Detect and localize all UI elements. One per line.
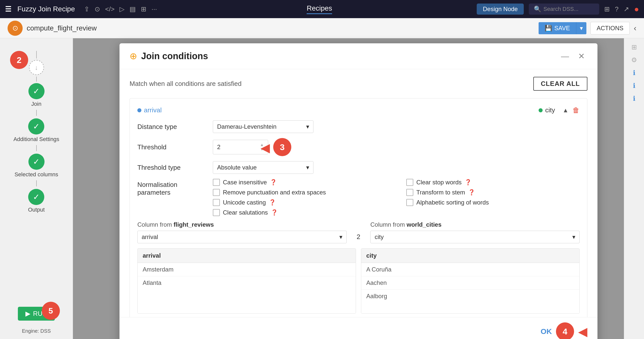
selected-columns-circle: ✓ [28,154,45,170]
right-row-3: Aalborg [361,290,579,303]
condition-block: arrival city ▲ 🗑 Distanc [130,98,587,317]
save-button[interactable]: 💾 SAVE [539,22,576,34]
threshold-input[interactable]: 2 ▲ ▼ [213,140,268,154]
threshold-type-select[interactable]: Absolute value ▾ [213,161,313,174]
search-icon: 🔍 [534,6,541,13]
right-dataset-name: world_cities [407,221,441,228]
clear-stop-words-row: Clear stop words ❓ [406,179,580,186]
left-preview-table: arrival Amsterdam Atlanta [137,248,356,314]
left-col-picker: Column from flight_reviews arrival ▾ [137,221,347,243]
left-col-value: arrival [142,233,158,241]
search-bar[interactable]: 🔍 Search DSS... [529,4,599,15]
dropdown-arrow2: ▾ [306,164,309,171]
modal-header: ⊕ Join conditions — ✕ [119,43,597,69]
connector2 [36,145,37,151]
preview-section: arrival Amsterdam Atlanta city A Coruña [137,248,580,314]
right-sidebar: ⊞ ⚙ ℹ ℹ ℹ [624,38,644,339]
match-line: Match when all conditions are satisfied … [130,77,587,91]
join-node[interactable]: ↓ ✓ Join [28,51,45,107]
more-icon[interactable]: ··· [151,5,157,13]
connector3 [36,180,37,186]
left-preview-content: Amsterdam Atlanta [138,263,356,313]
join-check-circle: ✓ [28,83,45,99]
output-label: Output [28,207,45,213]
remove-punctuation-label: Remove punctuation and extra spaces [223,189,326,196]
save-btn-group: 💾 SAVE ▾ [539,22,586,34]
case-insensitive-label: Case insensitive [223,179,267,186]
threshold-type-value: Absolute value [217,164,257,171]
dropdown-arrow: ▾ [306,123,309,130]
remove-punctuation-checkbox[interactable] [213,189,220,196]
clear-stop-words-help[interactable]: ❓ [465,179,471,186]
alphabetic-sorting-row: Alphabetic sorting of words [406,199,580,206]
transform-to-stem-label: Transform to stem [416,189,465,196]
normalisation-grid: Case insensitive ❓ Clear stop words ❓ [213,179,580,216]
collapse-button[interactable]: ▲ [562,107,569,114]
recipe-icon: ⊙ [8,21,23,36]
modal-icon: ⊕ [130,51,137,61]
play-icon[interactable]: ▷ [119,5,125,13]
user-icon[interactable]: ● [634,5,639,14]
left-col-arrow: ▾ [339,233,342,241]
table-view-icon[interactable]: ⊞ [631,43,637,51]
info-icon-3[interactable]: ℹ [633,95,635,103]
recipes-tab[interactable]: Recipes [307,4,332,14]
grid-icon[interactable]: ⊞ [141,5,146,13]
unicode-casting-help[interactable]: ❓ [269,199,276,206]
delete-condition-button[interactable]: 🗑 [573,106,580,114]
left-dataset-name: flight_reviews [174,221,214,228]
left-col-select[interactable]: arrival ▾ [137,231,347,243]
transform-to-stem-checkbox[interactable] [406,189,413,196]
minimize-button[interactable]: — [558,51,572,62]
clear-salutations-checkbox[interactable] [213,209,220,216]
left-preview-header: arrival [138,249,356,263]
data-icon[interactable]: ▤ [130,5,136,13]
additional-settings-label: Additional Settings [13,136,59,143]
transform-to-stem-help[interactable]: ❓ [468,189,475,196]
help-icon[interactable]: ? [615,5,618,13]
alphabetic-sorting-label: Alphabetic sorting of words [416,199,489,206]
info-icon-2[interactable]: ℹ [633,82,635,90]
refresh-icon[interactable]: ⊙ [95,5,100,13]
save-dropdown-button[interactable]: ▾ [576,22,586,34]
step4-arrow: ◀ [578,324,587,338]
right-col-select[interactable]: city ▾ [370,231,580,243]
close-button[interactable]: ✕ [576,50,587,62]
right-row-2: Aachen [361,276,579,290]
selected-columns-node[interactable]: ✓ Selected columns [15,154,58,178]
alphabetic-sorting-checkbox[interactable] [406,199,413,206]
left-row-1: Amsterdam [138,263,356,276]
topbar-right: Design Node 🔍 Search DSS... ⊞ ? ↗ ● [477,4,639,15]
share-icon[interactable]: ⇪ [84,5,90,13]
stats-icon[interactable]: ↗ [624,5,629,13]
actions-button[interactable]: ACTIONS [590,22,630,35]
distance-type-value: Damerau-Levenshtein [217,123,276,130]
step2-number: 2 [10,51,28,69]
settings-icon[interactable]: ⚙ [631,56,637,64]
connector-top [36,51,37,58]
back-button[interactable]: ‹ [634,23,636,33]
apps-icon[interactable]: ⊞ [604,5,610,13]
additional-settings-node[interactable]: ✓ Additional Settings [13,118,59,143]
right-row-1: A Coruña [361,263,579,276]
design-node-button[interactable]: Design Node [477,4,524,15]
distance-type-select[interactable]: Damerau-Levenshtein ▾ [213,120,313,133]
clear-all-button[interactable]: CLEAR ALL [533,77,587,91]
app-title: Fuzzy Join Recipe [17,5,75,13]
unicode-casting-checkbox[interactable] [213,199,220,206]
code-icon[interactable]: </> [105,5,115,13]
connector-mid [36,77,37,82]
case-insensitive-checkbox[interactable] [213,179,220,186]
right-col-picker: Column from world_cities city ▾ [370,221,580,243]
info-icon-1[interactable]: ℹ [633,69,635,77]
left-row-2: Atlanta [138,276,356,289]
ok-button[interactable]: OK [541,327,552,336]
green-dot [539,108,543,112]
output-node[interactable]: ✓ Output [28,189,45,213]
right-column-name: city [545,106,555,114]
clear-salutations-help[interactable]: ❓ [271,209,278,216]
clear-stop-words-checkbox[interactable] [406,179,413,186]
save-icon: 💾 [545,25,552,32]
case-insensitive-help[interactable]: ❓ [270,179,277,186]
step5-badge: 5 [42,302,60,320]
